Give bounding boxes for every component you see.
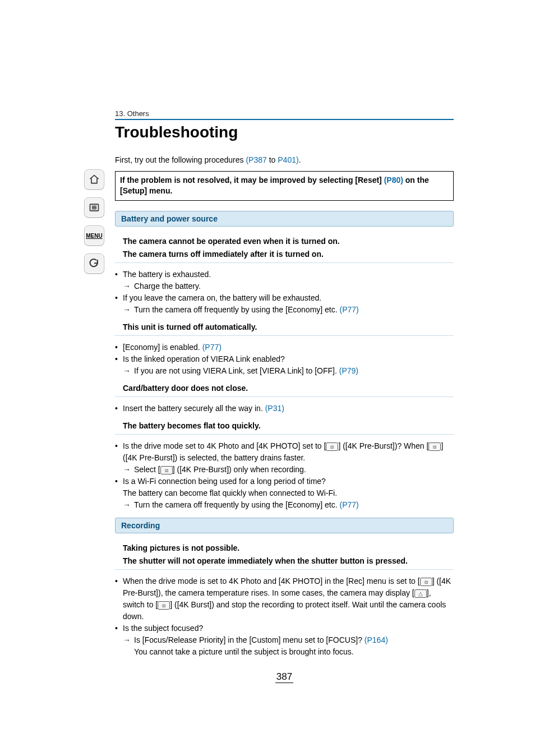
section-divider bbox=[115, 119, 454, 120]
link-p79[interactable]: (P79) bbox=[339, 366, 358, 375]
sub-text: The battery can become flat quickly when… bbox=[115, 487, 454, 499]
intro-paragraph: First, try out the following procedures … bbox=[115, 155, 454, 165]
issue-divider bbox=[115, 262, 454, 263]
issue-title: The camera cannot be operated even when … bbox=[115, 236, 454, 247]
bullet-list: [Economy] is enabled. (P77) Is the linke… bbox=[115, 342, 454, 377]
4k-burst-icon: ⧈ bbox=[158, 601, 170, 610]
issue-divider bbox=[115, 397, 454, 397]
page: MENU 13. Others Troubleshooting First, t… bbox=[0, 0, 535, 756]
page-title: Troubleshooting bbox=[115, 123, 454, 141]
link-p31[interactable]: (P31) bbox=[265, 404, 284, 413]
link-p164[interactable]: (P164) bbox=[365, 635, 388, 644]
bullet-list: When the drive mode is set to 4K Photo a… bbox=[115, 575, 454, 658]
reset-note-box: If the problem is not resolved, it may b… bbox=[115, 171, 454, 201]
issue-title: Taking pictures is not possible. bbox=[115, 542, 454, 554]
heading-battery: Battery and power source bbox=[115, 211, 454, 227]
warning-icon: △ bbox=[414, 589, 427, 598]
bullet-list: Is the drive mode set to 4K Photo and [4… bbox=[115, 440, 454, 511]
link-p77[interactable]: (P77) bbox=[340, 305, 359, 314]
issue-divider bbox=[115, 335, 454, 336]
issue-title: The shutter will not operate immediately… bbox=[115, 555, 454, 567]
issue-title: The battery becomes flat too quickly. bbox=[115, 420, 454, 432]
sidebar: MENU bbox=[84, 169, 105, 274]
home-button[interactable] bbox=[84, 169, 104, 190]
heading-recording: Recording bbox=[115, 518, 454, 533]
sub-text: You cannot take a picture until the subj… bbox=[115, 646, 454, 658]
bullet-list: The battery is exhausted. Charge the bat… bbox=[115, 269, 454, 316]
page-number: 387 bbox=[115, 671, 454, 683]
4k-preburst-icon: ⧈ bbox=[428, 442, 441, 451]
bullet-list: Insert the battery securely all the way … bbox=[115, 403, 454, 414]
issue-divider bbox=[115, 569, 454, 570]
content: 13. Others Troubleshooting First, try ou… bbox=[115, 109, 454, 683]
contents-button[interactable] bbox=[84, 197, 104, 218]
issue-title: This unit is turned off automatically. bbox=[115, 321, 454, 333]
issue-title: The camera turns off immediately after i… bbox=[115, 248, 454, 260]
link-p401[interactable]: P401) bbox=[278, 155, 298, 164]
back-button[interactable] bbox=[84, 253, 104, 274]
issue-divider bbox=[115, 434, 454, 435]
4k-preburst-icon: ⧈ bbox=[160, 466, 173, 474]
link-p80[interactable]: (P80) bbox=[384, 176, 403, 185]
back-icon bbox=[89, 258, 100, 269]
link-p387[interactable]: (P387 bbox=[246, 155, 266, 164]
4k-preburst-icon: ⧈ bbox=[420, 578, 432, 586]
section-label: 13. Others bbox=[115, 109, 454, 118]
4k-preburst-icon: ⧈ bbox=[326, 442, 338, 451]
link-p77[interactable]: (P77) bbox=[340, 500, 359, 509]
home-icon bbox=[89, 174, 100, 185]
menu-label: MENU bbox=[86, 233, 102, 239]
issue-title: Card/battery door does not close. bbox=[115, 382, 454, 394]
list-icon bbox=[89, 202, 100, 213]
menu-button[interactable]: MENU bbox=[84, 225, 104, 246]
link-p77[interactable]: (P77) bbox=[202, 343, 222, 352]
